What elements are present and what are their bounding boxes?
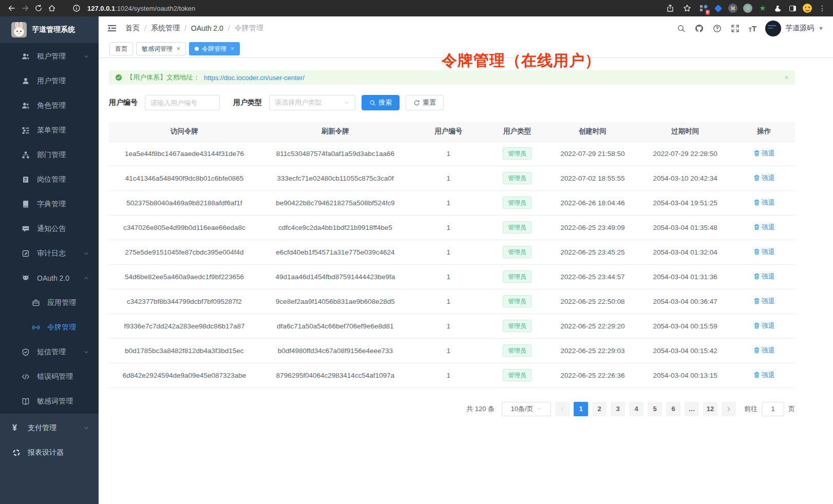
force-logout-button[interactable]: 强退 (753, 272, 775, 281)
role-icon (22, 102, 30, 110)
sidebar-item-4[interactable]: 部门管理 (0, 143, 99, 167)
github-icon[interactable] (695, 24, 704, 33)
cell: 2054-03-10 20:42:34 (637, 166, 733, 190)
recorder-extension-icon[interactable] (742, 3, 753, 14)
sidebar-item-11[interactable]: 令牌管理 (0, 315, 99, 340)
menu-tree-icon (22, 126, 30, 134)
side-panel-icon[interactable] (787, 3, 798, 14)
user-type-badge: 管理员 (503, 270, 532, 283)
sidebar-item-16[interactable]: 报表设计器 (0, 440, 99, 465)
sidebar-item-9[interactable]: OAuth 2.0 (0, 266, 99, 290)
page-button-12[interactable]: 12 (703, 402, 717, 416)
breadcrumb-item-2[interactable]: OAuth 2.0 (191, 24, 223, 32)
force-logout-button[interactable]: 强退 (753, 346, 775, 355)
collapse-menu-icon[interactable] (107, 23, 117, 33)
column-header: 访问令牌 (109, 122, 260, 141)
search-button[interactable]: 搜索 (362, 95, 400, 110)
cell: be90422b8c7946218275a508bf524fc9 (260, 190, 411, 215)
info-icon[interactable] (70, 2, 83, 15)
home-icon[interactable] (45, 2, 59, 15)
page-button-3[interactable]: 3 (611, 402, 625, 416)
search-icon[interactable] (677, 24, 686, 33)
share-icon[interactable] (664, 2, 677, 15)
page-size-select[interactable]: 10条/页 (502, 402, 551, 416)
tab-1[interactable]: 敏感词管理× (136, 42, 186, 55)
breadcrumb-item-0[interactable]: 首页 (125, 24, 140, 33)
force-logout-button[interactable]: 强退 (753, 247, 775, 257)
sidebar-item-3[interactable]: 菜单管理 (0, 118, 99, 143)
sidebar-item-15[interactable]: ¥支付管理 (0, 416, 99, 440)
back-icon[interactable] (5, 2, 18, 15)
action-cell: 强退 (733, 215, 795, 240)
address-bar[interactable]: 127.0.0.1:1024/system/oauth2/token (70, 2, 664, 15)
goto-page-input[interactable] (762, 402, 784, 416)
user-type-cell: 管理员 (486, 338, 548, 363)
puzzle-extensions-icon[interactable] (772, 3, 783, 14)
force-logout-button[interactable]: 强退 (753, 198, 775, 207)
goto-unit: 页 (788, 404, 795, 414)
profile-emoji-icon[interactable] (802, 3, 813, 14)
force-logout-button[interactable]: 强退 (753, 149, 775, 158)
help-icon[interactable] (713, 24, 722, 33)
user-menu[interactable]: 芋道源码 ▼ (765, 21, 824, 36)
next-page-button[interactable] (722, 402, 736, 416)
cell: 1 (411, 363, 486, 387)
breadcrumb-item-1[interactable]: 系统管理 (151, 24, 180, 33)
close-icon[interactable]: × (231, 45, 234, 52)
cell: 2022-07-29 21:58:50 (548, 141, 637, 166)
reset-button[interactable]: 重置 (406, 95, 444, 110)
sidebar-item-5[interactable]: 岗位管理 (0, 167, 99, 192)
page-button-5[interactable]: 5 (648, 402, 662, 416)
app-title: 芋道管理系统 (32, 25, 75, 34)
alert-doc-link[interactable]: https://doc.iocoder.cn/user-center/ (204, 74, 305, 82)
page-button-6[interactable]: 6 (666, 402, 680, 416)
force-logout-button[interactable]: 强退 (753, 223, 775, 232)
browser-menu-icon[interactable]: ⋮ (817, 3, 828, 14)
cell: 811c530487574fa0af1a59d3abc1aa66 (260, 141, 411, 166)
page-ellipsis[interactable]: … (685, 402, 699, 416)
page-button-2[interactable]: 2 (592, 402, 607, 416)
force-logout-button[interactable]: 强退 (753, 321, 775, 331)
cell: 2022-06-25 23:49:09 (548, 215, 637, 240)
cell: 1 (411, 264, 486, 289)
app-logo[interactable]: 芋道管理系统 (0, 16, 99, 43)
sidebar-item-8[interactable]: 审计日志 (0, 241, 99, 266)
force-logout-button[interactable]: 强退 (753, 173, 775, 183)
command-extension-icon[interactable]: ⌘ (727, 3, 739, 14)
sidebar-item-label: OAuth 2.0 (37, 274, 69, 282)
sidebar-item-12[interactable]: 短信管理 (0, 340, 99, 364)
gem-extension-icon[interactable] (712, 3, 724, 14)
cell: 2022-06-25 23:45:25 (548, 240, 637, 264)
extension-grid-icon[interactable]: 9 (697, 3, 709, 14)
user-type-cell: 管理员 (486, 166, 548, 190)
table-row-3: c347026e805e4d99b0d116eae66eda8ccdfc4ce9… (109, 215, 795, 240)
force-logout-button[interactable]: 强退 (753, 371, 775, 380)
user-type-select[interactable]: 请选择用户类型 (269, 95, 355, 110)
sidebar-item-14[interactable]: 敏感词管理 (0, 389, 99, 414)
fullscreen-icon[interactable] (731, 24, 740, 33)
force-logout-button[interactable]: 强退 (753, 297, 775, 306)
star-extension-icon[interactable]: ★ (757, 3, 768, 14)
tab-0[interactable]: 首页 (109, 42, 133, 55)
sidebar-item-2[interactable]: 角色管理 (0, 93, 99, 118)
sidebar-item-10[interactable]: 应用管理 (0, 290, 99, 315)
page-button-1[interactable]: 1 (574, 402, 588, 416)
sidebar-item-0[interactable]: 租户管理 (0, 44, 99, 69)
tab-2[interactable]: 令牌管理× (189, 42, 240, 55)
sidebar-item-13[interactable]: 错误码管理 (0, 364, 99, 389)
breadcrumb-separator: / (228, 24, 230, 32)
alert-close-icon[interactable]: × (785, 73, 789, 82)
user-id-input[interactable] (145, 95, 220, 110)
reload-icon[interactable] (32, 2, 45, 15)
bookmark-star-icon[interactable] (680, 2, 694, 15)
sidebar-item-6[interactable]: 字典管理 (0, 192, 99, 217)
page-button-4[interactable]: 4 (629, 402, 643, 416)
action-cell: 强退 (733, 338, 795, 363)
prev-page-button[interactable] (555, 402, 570, 416)
sidebar-item-7[interactable]: 通知公告 (0, 217, 99, 241)
font-size-icon[interactable]: TT (749, 24, 756, 33)
action-cell: 强退 (733, 363, 795, 387)
forward-icon[interactable] (18, 2, 32, 15)
close-icon[interactable]: × (177, 45, 180, 52)
sidebar-item-1[interactable]: 用户管理 (0, 69, 99, 93)
